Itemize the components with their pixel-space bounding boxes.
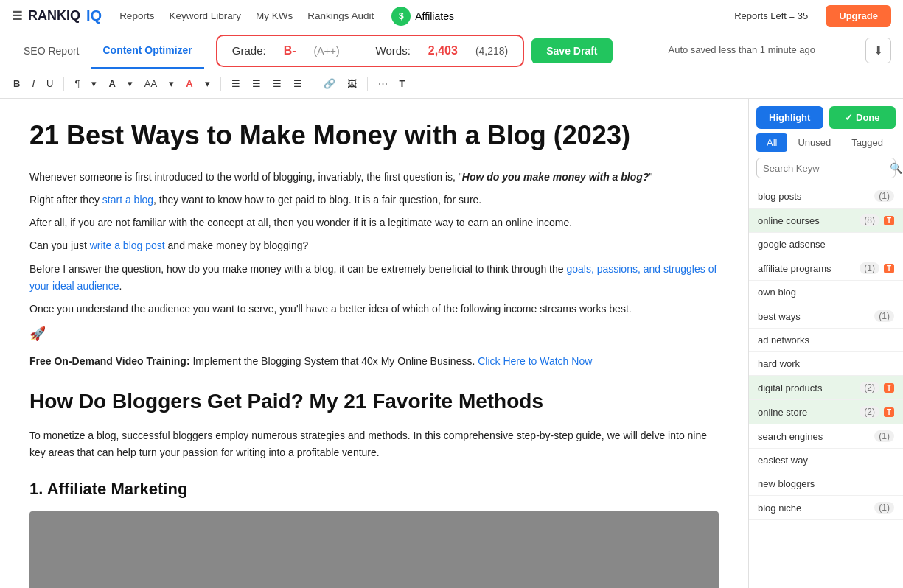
nav-keyword-library[interactable]: Keyword Library <box>169 10 241 21</box>
more-button-1[interactable]: ⋯ <box>374 75 392 92</box>
link-button[interactable]: 🔗 <box>319 75 340 92</box>
words-label: Words: <box>376 44 411 57</box>
divider <box>358 41 358 61</box>
affiliates-btn[interactable]: $ Affiliates <box>391 7 454 26</box>
autosaved-status: Auto saved less than 1 minute ago <box>624 43 860 57</box>
download-button[interactable]: ⬇ <box>865 38 891 63</box>
free-training-para: Free On-Demand Video Training: Implement… <box>29 353 719 370</box>
paragraph-button[interactable]: ¶ <box>70 75 84 92</box>
emoji-para: 🚀 <box>29 323 719 346</box>
toolbar-separator-4 <box>367 77 368 91</box>
free-training-text: Implement the Blogging System that 40x M… <box>190 355 475 367</box>
h3-affiliate[interactable]: 1. Affiliate Marketing <box>29 476 719 503</box>
intro-text-4-end: and make money by blogging? <box>165 239 309 251</box>
underline-button[interactable]: U <box>42 75 57 92</box>
free-training-link[interactable]: Click Here to Watch Now <box>478 355 592 367</box>
editor-area[interactable]: 21 Best Ways to Make Money with a Blog (… <box>0 99 748 588</box>
keyword-name: new bloggers <box>758 478 894 489</box>
hamburger-icon[interactable]: ☰ <box>12 9 22 23</box>
keyword-name: ad networks <box>758 335 894 346</box>
keyword-count: (2) <box>860 382 879 393</box>
second-nav: SEO Report Content Optimizer Grade: B- (… <box>0 32 903 69</box>
keyword-item[interactable]: online courses(8)T <box>749 209 903 233</box>
save-draft-button[interactable]: Save Draft <box>531 38 612 63</box>
affiliates-icon: $ <box>391 7 411 26</box>
keyword-item[interactable]: google adsense <box>749 233 903 256</box>
keyword-item[interactable]: new bloggers <box>749 472 903 496</box>
keyword-item[interactable]: best ways(1) <box>749 304 903 329</box>
align-right-button[interactable]: ☰ <box>268 75 286 92</box>
more-button-2[interactable]: T <box>395 75 410 92</box>
seo-report-tab[interactable]: SEO Report <box>12 45 91 57</box>
toolbar-separator <box>63 77 64 91</box>
nav-my-kws[interactable]: My KWs <box>256 10 293 21</box>
done-label: Done <box>856 112 880 123</box>
intro-para-1: Whenever someone is first introduced to … <box>29 169 719 186</box>
reports-left: Reports Left = 35 <box>734 10 808 21</box>
nav-reports[interactable]: Reports <box>119 10 154 21</box>
intro-bold: How do you make money with a blog? <box>462 171 649 183</box>
keyword-item[interactable]: blog niche(1) <box>749 496 903 520</box>
keyword-item[interactable]: own blog <box>749 281 903 304</box>
keyword-name: search engines <box>758 431 870 442</box>
font-a-button[interactable]: A <box>104 75 119 92</box>
keyword-item[interactable]: easiest way <box>749 449 903 472</box>
font-color-button[interactable]: A <box>181 75 197 92</box>
content-optimizer-tab[interactable]: Content Optimizer <box>91 32 203 69</box>
toolbar-separator-3 <box>313 77 313 91</box>
intro-text-2-end: , they want to know how to get paid to b… <box>153 194 481 206</box>
filter-tagged-tab[interactable]: Tagged <box>841 133 893 152</box>
keyword-count: (1) <box>874 190 894 202</box>
keyword-item[interactable]: digital products(2)T <box>749 376 903 400</box>
highlight-button[interactable]: Highlight <box>756 106 823 129</box>
keyword-count: (1) <box>874 310 894 322</box>
filter-all-tab[interactable]: All <box>756 133 787 152</box>
write-blog-link[interactable]: write a blog post <box>90 239 165 251</box>
filter-tabs: All Unused Tagged <box>749 133 903 158</box>
keyword-item[interactable]: blog posts(1) <box>749 184 903 209</box>
keyword-list: blog posts(1)online courses(8)Tgoogle ad… <box>749 184 903 588</box>
nav-links: Reports Keyword Library My KWs Rankings … <box>119 10 374 21</box>
italic-button[interactable]: I <box>27 75 39 92</box>
article-title[interactable]: 21 Best Ways to Make Money with a Blog (… <box>29 119 719 151</box>
dropdown-arrow-4[interactable]: ▾ <box>201 75 215 92</box>
keyword-item[interactable]: ad networks <box>749 329 903 352</box>
upgrade-button[interactable]: Upgrade <box>826 5 891 27</box>
bold-button[interactable]: B <box>9 75 24 92</box>
keyword-item[interactable]: affiliate programs(1)T <box>749 256 903 281</box>
search-keyword-box: 🔍 <box>756 158 896 178</box>
align-left-button[interactable]: ☰ <box>227 75 245 92</box>
align-center-button[interactable]: ☰ <box>248 75 265 92</box>
keyword-tag: T <box>884 407 894 417</box>
align-justify-button[interactable]: ☰ <box>289 75 307 92</box>
nav-rankings-audit[interactable]: Rankings Audit <box>307 10 374 21</box>
done-check-icon: ✓ <box>845 112 853 123</box>
h2-heading[interactable]: How Do Bloggers Get Paid? My 21 Favorite… <box>29 385 719 419</box>
logo: ☰ RANKIQ IQ <box>12 7 102 24</box>
keyword-count: (1) <box>860 262 879 274</box>
keyword-item[interactable]: hard work <box>749 352 903 376</box>
intro-para-4: Can you just write a blog post and make … <box>29 237 719 254</box>
dropdown-arrow[interactable]: ▾ <box>87 75 101 92</box>
dropdown-arrow-3[interactable]: ▾ <box>164 75 178 92</box>
filter-unused-tab[interactable]: Unused <box>787 133 841 152</box>
keyword-item[interactable]: online store(2)T <box>749 400 903 424</box>
keyword-item[interactable]: search engines(1) <box>749 424 903 449</box>
font-aa-button[interactable]: AA <box>140 75 161 92</box>
intro-text-1: Whenever someone is first introduced to … <box>29 171 462 183</box>
intro-text-1-end: " <box>649 171 652 183</box>
intro-para-6: Once you understand the audience you wan… <box>29 301 719 318</box>
keyword-count: (1) <box>874 430 894 442</box>
image-button[interactable]: 🖼 <box>343 75 361 92</box>
h2-para: To monetize a blog, successful bloggers … <box>29 427 719 461</box>
start-blog-link[interactable]: start a blog <box>102 194 153 206</box>
keyword-name: own blog <box>758 287 894 298</box>
search-keyword-input[interactable] <box>763 163 887 174</box>
main-layout: 21 Best Ways to Make Money with a Blog (… <box>0 99 903 588</box>
keyword-name: digital products <box>758 382 855 393</box>
keyword-name: hard work <box>758 358 894 369</box>
keyword-name: easiest way <box>758 455 894 466</box>
keyword-count: (8) <box>860 214 879 226</box>
done-button[interactable]: ✓ Done <box>829 106 896 129</box>
dropdown-arrow-2[interactable]: ▾ <box>123 75 137 92</box>
